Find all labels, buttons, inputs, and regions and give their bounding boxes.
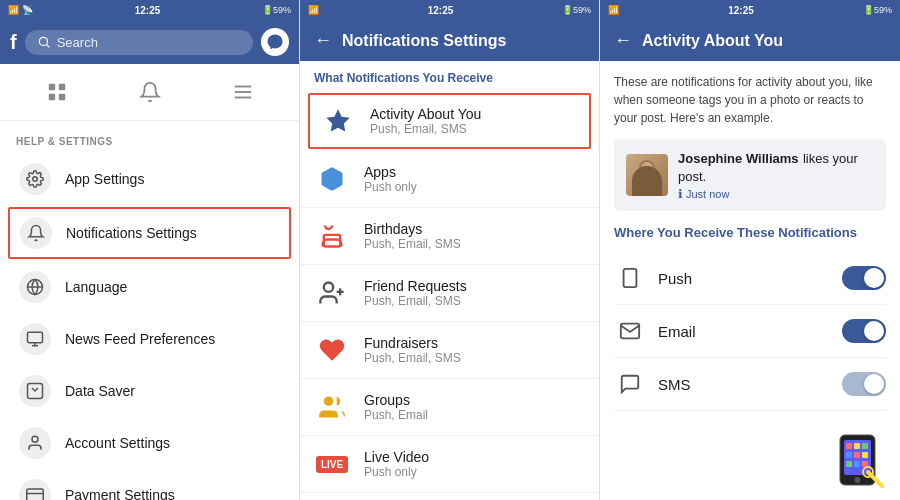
payment-settings-label: Payment Settings [65,487,175,500]
sms-label: SMS [658,376,830,393]
status-icons-left: 📶 📡 [8,5,33,15]
svg-rect-17 [27,489,44,500]
notif-item-on-this-day[interactable]: On This Day Push, Email, SMS [300,493,599,500]
menu-icon[interactable] [225,74,261,110]
home-icon[interactable] [39,74,75,110]
notif-item-activity[interactable]: Activity About You Push, Email, SMS [308,93,591,149]
battery-icon: 🔋59% [262,5,291,15]
svg-rect-2 [48,84,54,90]
signal-mid: 📶 [308,5,319,15]
time-label: Just now [686,188,729,200]
messenger-button[interactable] [261,28,289,56]
svg-point-16 [32,436,38,442]
notif-item-birthdays[interactable]: Birthdays Push, Email, SMS [300,208,599,265]
groups-icon [314,389,350,425]
svg-point-9 [33,177,38,182]
back-arrow-right[interactable]: ← [614,30,632,51]
time-middle: 12:25 [428,5,454,16]
example-name: Josephine Williams [678,151,799,166]
example-text: Josephine Williams likes your post. ℹ Ju… [678,149,874,201]
svg-rect-5 [58,94,64,100]
push-toggle[interactable] [842,266,886,290]
sms-toggle[interactable] [842,372,886,396]
middle-section-label: What Notifications You Receive [300,61,599,91]
battery-mid: 🔋59% [562,5,591,15]
search-bar[interactable]: Search [25,30,253,55]
svg-point-30 [855,477,861,483]
app-settings-icon [19,163,51,195]
birthdays-icon [314,218,350,254]
groups-text: Groups Push, Email [364,392,428,422]
example-time: ℹ Just now [678,187,874,201]
birthdays-sub: Push, Email, SMS [364,237,461,251]
avatar-silhouette [632,166,662,196]
menu-item-app-settings[interactable]: App Settings [0,153,299,205]
svg-rect-34 [846,452,852,458]
svg-rect-36 [862,452,868,458]
fundraisers-sub: Push, Email, SMS [364,351,461,365]
right-header: ← Activity About You [600,20,900,61]
example-action-row: Josephine Williams likes your post. [678,149,874,185]
where-label: Where You Receive These Notifications [614,225,886,240]
left-header: f Search [0,20,299,64]
notifications-settings-icon [20,217,52,249]
svg-rect-31 [846,443,852,449]
account-settings-icon [19,427,51,459]
apps-text: Apps Push only [364,164,417,194]
menu-item-language[interactable]: Language [0,261,299,313]
time-right: 12:25 [728,5,754,16]
live-video-sub: Push only [364,465,429,479]
push-label: Push [658,270,830,287]
menu-item-notifications[interactable]: Notifications Settings [8,207,291,259]
notif-item-groups[interactable]: Groups Push, Email [300,379,599,436]
svg-point-0 [39,37,47,45]
search-icon [37,35,51,49]
svg-point-21 [324,283,333,292]
status-bar-middle: 📶 12:25 🔋59% [300,0,599,20]
svg-rect-38 [854,461,860,467]
svg-rect-33 [862,443,868,449]
activity-name: Activity About You [370,106,481,122]
svg-rect-37 [846,461,852,467]
svg-marker-19 [326,109,349,131]
notifications-settings-label: Notifications Settings [66,225,197,241]
friend-requests-text: Friend Requests Push, Email, SMS [364,278,467,308]
email-toggle-row: Email [614,305,886,358]
live-video-icon: LIVE [314,446,350,482]
email-toggle[interactable] [842,319,886,343]
info-icon: ℹ [678,187,683,201]
data-saver-label: Data Saver [65,383,135,399]
menu-item-account-settings[interactable]: Account Settings [0,417,299,469]
bell-nav-icon[interactable] [132,74,168,110]
middle-panel: 📶 12:25 🔋59% ← Notifications Settings Wh… [300,0,600,500]
status-bar-right: 📶 12:25 🔋59% [600,0,900,20]
middle-header: ← Notifications Settings [300,20,599,61]
email-label: Email [658,323,830,340]
back-arrow-middle[interactable]: ← [314,30,332,51]
payment-settings-icon [19,479,51,500]
help-label: HELP & SETTINGS [16,136,113,147]
push-icon [614,262,646,294]
news-feed-label: News Feed Preferences [65,331,215,347]
email-icon [614,315,646,347]
menu-item-news-feed[interactable]: News Feed Preferences [0,313,299,365]
language-label: Language [65,279,127,295]
notif-item-friend-requests[interactable]: Friend Requests Push, Email, SMS [300,265,599,322]
account-settings-label: Account Settings [65,435,170,451]
friend-requests-icon [314,275,350,311]
corner-decoration [830,430,890,490]
svg-line-1 [46,45,49,48]
menu-item-payment-settings[interactable]: Payment Settings [0,469,299,500]
time-left: 12:25 [135,5,161,16]
svg-rect-35 [854,452,860,458]
avatar [626,154,668,196]
notif-item-fundraisers[interactable]: Fundraisers Push, Email, SMS [300,322,599,379]
activity-text: Activity About You Push, Email, SMS [370,106,481,136]
menu-item-data-saver[interactable]: Data Saver [0,365,299,417]
notif-item-live-video[interactable]: LIVE Live Video Push only [300,436,599,493]
svg-rect-32 [854,443,860,449]
svg-point-24 [324,397,333,406]
svg-rect-4 [58,84,64,90]
sms-toggle-row: SMS [614,358,886,411]
notif-item-apps[interactable]: Apps Push only [300,151,599,208]
